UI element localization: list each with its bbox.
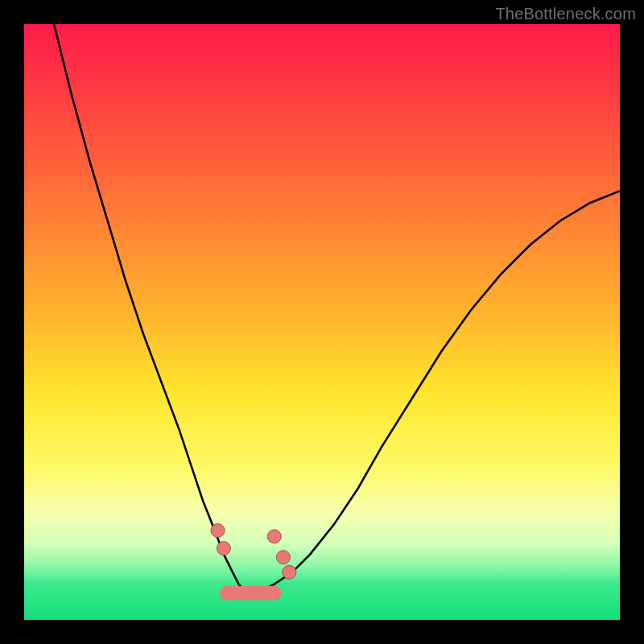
left-dot-2 — [217, 542, 230, 555]
plot-area — [24, 24, 620, 620]
series-right-curve — [250, 191, 620, 590]
chart-stage: TheBottleneck.com — [0, 0, 644, 644]
right-dot-2 — [276, 551, 290, 564]
right-dot-1 — [267, 530, 281, 543]
series-left-curve — [54, 24, 250, 590]
bottleneck-curve — [24, 24, 620, 620]
right-dot-3 — [283, 565, 296, 579]
left-dot-1 — [211, 523, 225, 537]
watermark-text: TheBottleneck.com — [495, 5, 636, 23]
